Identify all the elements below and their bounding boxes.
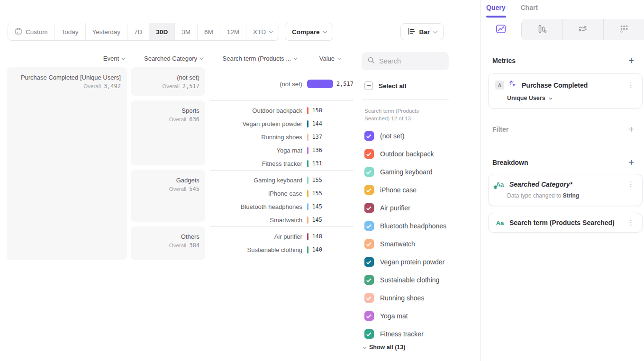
kebab-menu-icon[interactable]: ⋮: [626, 219, 636, 226]
checkbox[interactable]: [364, 203, 374, 213]
add-breakdown-button[interactable]: +: [628, 158, 634, 167]
checkbox[interactable]: [364, 149, 374, 159]
value-bar: [307, 120, 309, 127]
column-header-searched-category[interactable]: Searched Category: [130, 53, 209, 63]
show-all-button[interactable]: Show all (13): [363, 344, 405, 351]
legend-item-label: Fitness tracker: [380, 330, 424, 338]
table-row[interactable]: Air purifier 148: [210, 230, 354, 243]
report-tab-insights[interactable]: [481, 19, 521, 40]
date-range-6m[interactable]: 6M: [197, 23, 220, 40]
date-range-label: Yesterday: [92, 28, 121, 36]
legend-item[interactable]: Smartwatch: [364, 235, 446, 253]
event-name: Purchase Completed [Unique Users]: [7, 73, 121, 82]
compare-label: Compare: [292, 28, 320, 36]
category-overall: Overall636: [131, 116, 200, 123]
checkbox[interactable]: [364, 239, 374, 249]
value-number: 155: [312, 177, 322, 183]
date-range-custom[interactable]: Custom: [8, 23, 54, 40]
checkbox[interactable]: [364, 167, 374, 177]
chevron-down-icon: [433, 29, 437, 33]
check-icon: [366, 187, 372, 192]
checkbox[interactable]: [364, 257, 374, 267]
add-filter-button[interactable]: +: [628, 125, 634, 134]
legend-item[interactable]: Running shoes: [364, 289, 446, 307]
value-number: 145: [312, 217, 322, 223]
breakdown-card-search-term[interactable]: Aa Search term (Products Searched) ⋮: [488, 213, 643, 233]
select-all-row[interactable]: Select all: [364, 81, 407, 90]
checkbox[interactable]: [364, 131, 374, 141]
checkbox[interactable]: [364, 311, 374, 321]
checkbox[interactable]: [364, 185, 374, 195]
legend-item[interactable]: Bluetooth headphones: [364, 217, 446, 235]
legend-item[interactable]: Outdoor backpack: [364, 145, 446, 163]
checkbox[interactable]: [364, 293, 374, 303]
column-header-event[interactable]: Event: [7, 53, 130, 63]
table-row[interactable]: iPhone case 155: [210, 187, 354, 200]
checkbox[interactable]: [364, 221, 374, 231]
table-row[interactable]: Running shoes 137: [210, 130, 354, 144]
legend-item[interactable]: Sustainable clothing: [364, 271, 446, 289]
date-range-12m[interactable]: 12M: [220, 23, 246, 40]
select-all-checkbox[interactable]: [364, 81, 373, 90]
date-range-3m[interactable]: 3M: [174, 23, 197, 40]
chart-type-button[interactable]: Bar: [400, 23, 444, 40]
search-input[interactable]: [379, 57, 441, 65]
legend-item[interactable]: Vegan protein powder: [364, 253, 446, 271]
value-bar: [307, 177, 309, 184]
legend-item[interactable]: Yoga mat: [364, 307, 446, 325]
legend-item[interactable]: Air purifier: [364, 199, 446, 217]
tab-query[interactable]: Query: [486, 4, 505, 16]
table-row[interactable]: Gaming keyboard 155: [210, 173, 354, 187]
breakdown-card-searched-category[interactable]: Aa✱ Searched Category* ⋮ Data type chang…: [488, 174, 643, 206]
table-row[interactable]: Vegan protein powder 144: [210, 117, 354, 130]
date-range-yesterday[interactable]: Yesterday: [85, 23, 127, 40]
checkbox[interactable]: [364, 275, 374, 285]
kebab-menu-icon[interactable]: ⋮: [626, 82, 636, 89]
measure-dropdown[interactable]: Unique Users: [489, 90, 642, 108]
table-row[interactable]: Sustainable clothing 140: [210, 243, 354, 256]
report-tab-funnels[interactable]: [521, 19, 562, 40]
category-cell[interactable]: (not set) Overall2,517: [131, 67, 205, 96]
legend-item[interactable]: Gaming keyboard: [364, 163, 446, 181]
date-range-today[interactable]: Today: [54, 23, 85, 40]
tab-chart[interactable]: Chart: [520, 4, 538, 16]
kebab-menu-icon[interactable]: ⋮: [626, 181, 636, 188]
tab-label: Chart: [520, 4, 538, 11]
column-header-search-term[interactable]: Search term (Products ...: [209, 53, 308, 63]
category-cell[interactable]: Gadgets Overall545: [131, 170, 205, 222]
breakdown-card-row: Aa✱ Searched Category* ⋮: [489, 174, 642, 188]
breakdown-table: Purchase Completed [Unique Users] Overal…: [7, 67, 354, 260]
add-metric-button[interactable]: +: [628, 56, 634, 65]
event-cell[interactable]: Purchase Completed [Unique Users] Overal…: [7, 67, 127, 260]
check-icon: [366, 151, 372, 156]
column-header-value[interactable]: Value: [308, 53, 354, 63]
category-cell[interactable]: Sports Overall636: [131, 100, 205, 165]
legend-item[interactable]: (not set): [364, 127, 446, 145]
table-row[interactable]: Yoga mat 136: [210, 144, 354, 157]
date-range-label: XTD: [253, 28, 266, 36]
metric-card[interactable]: A Purchase Completed ⋮ Unique Users: [488, 73, 643, 108]
overall-label: Overall: [83, 83, 100, 89]
checkbox[interactable]: [364, 329, 374, 339]
table-row[interactable]: Bluetooth headphones 145: [210, 200, 354, 213]
overall-label: Overall: [169, 243, 186, 248]
legend-item[interactable]: iPhone case: [364, 181, 446, 199]
report-type-strip: [481, 19, 644, 40]
report-tab-retention[interactable]: [603, 19, 644, 40]
report-tab-flows[interactable]: [562, 19, 604, 40]
date-range-xtd[interactable]: XTD: [246, 23, 279, 40]
date-range-30d[interactable]: 30D: [149, 23, 174, 40]
value-bar: [307, 80, 333, 88]
query-builder-sidebar: Query Chart: [480, 0, 644, 361]
table-row[interactable]: Smartwatch 145: [210, 213, 354, 226]
table-row[interactable]: Fitness tracker 131: [210, 157, 354, 170]
table-row[interactable]: Outdoor backpack 158: [210, 104, 354, 117]
category-cell[interactable]: Others Overall384: [131, 226, 205, 260]
date-range-7d[interactable]: 7D: [127, 23, 149, 40]
select-all-label: Select all: [379, 82, 407, 90]
compare-button[interactable]: Compare: [285, 23, 334, 41]
legend-item[interactable]: Fitness tracker: [364, 325, 446, 343]
table-row[interactable]: (not set) 2,517: [210, 67, 354, 100]
legend-item-label: iPhone case: [380, 186, 417, 194]
category-group: (not set) Overall2,517 (not set) 2,517: [131, 67, 354, 100]
